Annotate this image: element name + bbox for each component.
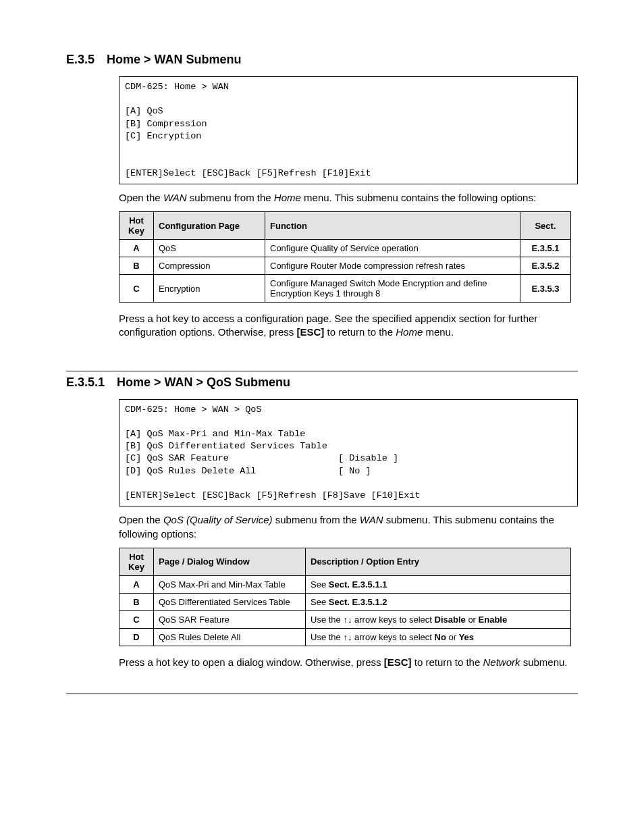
section-heading-e351: E.3.5.1Home > WAN > QoS Submenu	[66, 371, 578, 390]
section-title: Home > WAN Submenu	[107, 53, 242, 66]
table-row: A QoS Configure Quality of Service opera…	[119, 240, 571, 257]
table-row: C QoS SAR Feature Use the ↑↓ arrow keys …	[119, 610, 571, 628]
section-number: E.3.5	[66, 53, 95, 67]
col-hotkey: Hot Key	[119, 212, 154, 240]
table-row: B Compression Configure Router Mode comp…	[119, 257, 571, 275]
col-page: Configuration Page	[154, 212, 265, 240]
col-description: Description / Option Entry	[306, 548, 571, 575]
intro-paragraph: Open the WAN submenu from the Home menu.…	[119, 191, 578, 205]
section-heading-e35: E.3.5Home > WAN Submenu	[66, 53, 578, 67]
table-header-row: Hot Key Configuration Page Function Sect…	[119, 212, 571, 240]
table-row: A QoS Max-Pri and Min-Max Table See Sect…	[119, 575, 571, 593]
table-row: B QoS Differentiated Services Table See …	[119, 593, 571, 610]
terminal-screen-wan: CDM-625: Home > WAN [A] QoS [B] Compress…	[119, 76, 578, 184]
col-function: Function	[265, 212, 520, 240]
table-header-row: Hot Key Page / Dialog Window Description…	[119, 548, 571, 575]
footer-rule	[66, 694, 578, 694]
col-hotkey: Hot Key	[119, 548, 154, 575]
outro-paragraph: Press a hot key to access a configuratio…	[119, 312, 578, 340]
intro-paragraph: Open the QoS (Quality of Service) submen…	[119, 513, 578, 541]
terminal-screen-qos: CDM-625: Home > WAN > QoS [A] QoS Max-Pr…	[119, 399, 578, 507]
options-table-qos: Hot Key Page / Dialog Window Description…	[119, 548, 571, 646]
table-row: D QoS Rules Delete All Use the ↑↓ arrow …	[119, 628, 571, 646]
section-title: Home > WAN > QoS Submenu	[117, 375, 290, 389]
options-table-wan: Hot Key Configuration Page Function Sect…	[119, 211, 571, 303]
outro-paragraph: Press a hot key to open a dialog window.…	[119, 656, 578, 669]
col-page: Page / Dialog Window	[154, 548, 306, 575]
col-sect: Sect.	[520, 212, 571, 240]
table-row: C Encryption Configure Managed Switch Mo…	[119, 275, 571, 303]
section-number: E.3.5.1	[66, 375, 105, 390]
